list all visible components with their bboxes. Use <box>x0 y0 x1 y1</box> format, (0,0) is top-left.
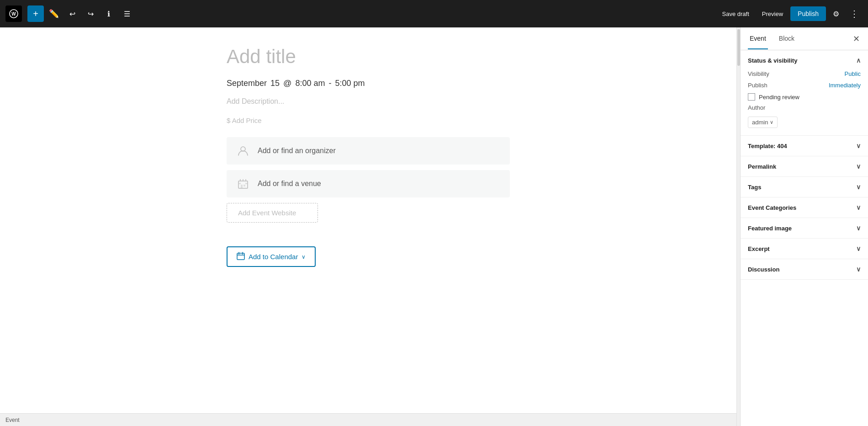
info-icon: ℹ <box>107 10 110 18</box>
settings-button[interactable]: ⚙ <box>828 5 844 22</box>
venue-icon <box>236 176 250 191</box>
section-discussion: Discussion ∨ <box>741 259 868 280</box>
section-event-categories: Event Categories ∨ <box>741 197 868 218</box>
section-status-visibility: Status & visibility ∧ Visibility Public … <box>741 50 868 136</box>
template-label: Template: 404 <box>748 143 787 149</box>
status-visibility-content: Visibility Public Publish Immediately Pe… <box>741 70 868 135</box>
save-draft-button[interactable]: Save draft <box>717 8 755 20</box>
svg-text:W: W <box>11 11 16 16</box>
calendar-chevron-icon: ∨ <box>302 254 306 260</box>
status-label: Event <box>5 417 20 423</box>
list-view-button[interactable]: ☰ <box>119 5 135 22</box>
undo-icon: ↩ <box>69 10 75 18</box>
event-month: September <box>227 79 267 88</box>
svg-rect-3 <box>238 181 248 188</box>
organizer-field[interactable]: Add or find an organizer <box>227 137 510 165</box>
tags-label: Tags <box>748 184 761 191</box>
pencil-icon: ✏️ <box>49 9 59 19</box>
pending-review-label: Pending review <box>759 94 799 101</box>
svg-rect-7 <box>241 185 243 188</box>
svg-rect-8 <box>243 185 245 186</box>
sidebar: Event Block ✕ Status & visibility ∧ Visi… <box>740 27 868 426</box>
add-block-button[interactable]: + <box>27 5 44 22</box>
sidebar-close-button[interactable]: ✕ <box>850 32 863 45</box>
add-price-field[interactable]: $ Add Price <box>227 117 510 124</box>
discussion-header[interactable]: Discussion ∨ <box>741 259 868 279</box>
price-label: $ Add Price <box>227 117 262 124</box>
section-template: Template: 404 ∨ <box>741 136 868 156</box>
info-button[interactable]: ℹ <box>101 5 117 22</box>
undo-button[interactable]: ↩ <box>64 5 80 22</box>
editor-content: Add title September 15 @ 8:00 am - 5:00 … <box>208 46 528 267</box>
event-categories-toggle: ∨ <box>856 204 861 211</box>
event-at: @ <box>283 79 291 88</box>
list-icon: ☰ <box>124 10 130 18</box>
event-dash: - <box>328 79 331 88</box>
redo-icon: ↪ <box>88 10 94 18</box>
gear-icon: ⚙ <box>833 10 839 18</box>
toolbar: W + ✏️ ↩ ↪ ℹ ☰ Save draft Preview Publis… <box>0 0 868 27</box>
section-tags: Tags ∨ <box>741 177 868 197</box>
permalink-toggle: ∨ <box>856 163 861 170</box>
scroll-track <box>736 27 740 426</box>
excerpt-label: Excerpt <box>748 245 770 252</box>
section-permalink: Permalink ∨ <box>741 156 868 177</box>
author-chevron-icon: ∨ <box>770 119 773 125</box>
edit-button[interactable]: ✏️ <box>46 5 62 22</box>
status-visibility-label: Status & visibility <box>748 57 797 64</box>
scroll-thumb[interactable] <box>737 29 740 66</box>
svg-rect-11 <box>237 253 244 260</box>
svg-rect-9 <box>239 183 241 184</box>
venue-field[interactable]: Add or find a venue <box>227 170 510 197</box>
event-date: September 15 @ 8:00 am - 5:00 pm <box>227 79 510 88</box>
publish-value[interactable]: Immediately <box>829 82 861 89</box>
organizer-icon <box>236 144 250 158</box>
publish-button[interactable]: Publish <box>790 6 826 21</box>
sidebar-header: Event Block ✕ <box>741 27 868 50</box>
more-icon: ⋮ <box>850 8 859 19</box>
featured-image-label: Featured image <box>748 225 792 232</box>
template-header[interactable]: Template: 404 ∨ <box>741 136 868 156</box>
excerpt-header[interactable]: Excerpt ∨ <box>741 239 868 259</box>
discussion-toggle: ∨ <box>856 266 861 273</box>
status-visibility-toggle: ∧ <box>856 57 861 64</box>
tab-block[interactable]: Block <box>777 28 796 49</box>
preview-button[interactable]: Preview <box>757 8 789 20</box>
author-label: Author <box>748 104 861 111</box>
status-visibility-header[interactable]: Status & visibility ∧ <box>741 50 868 70</box>
tags-header[interactable]: Tags ∨ <box>741 177 868 197</box>
event-categories-label: Event Categories <box>748 204 796 211</box>
post-title-input[interactable]: Add title <box>227 46 510 68</box>
template-toggle: ∨ <box>856 142 861 149</box>
visibility-key: Visibility <box>748 70 769 77</box>
organizer-label: Add or find an organizer <box>258 147 336 155</box>
more-options-button[interactable]: ⋮ <box>846 5 863 22</box>
calendar-icon <box>237 252 245 261</box>
event-day: 15 <box>270 79 280 88</box>
author-value: admin <box>752 119 768 126</box>
event-start-time[interactable]: 8:00 am <box>295 79 325 88</box>
status-bar: Event <box>0 413 736 426</box>
redo-button[interactable]: ↪ <box>82 5 99 22</box>
venue-label: Add or find a venue <box>258 180 321 188</box>
description-input[interactable]: Add Description... <box>227 97 510 106</box>
editor-wrapper: Add title September 15 @ 8:00 am - 5:00 … <box>0 27 740 426</box>
add-to-calendar-button[interactable]: Add to Calendar ∨ <box>227 246 316 267</box>
editor-area: Add title September 15 @ 8:00 am - 5:00 … <box>0 27 736 426</box>
wp-logo[interactable]: W <box>5 5 22 22</box>
excerpt-toggle: ∨ <box>856 245 861 252</box>
visibility-value[interactable]: Public <box>845 70 861 77</box>
website-field[interactable]: Add Event Website <box>227 203 318 223</box>
close-icon: ✕ <box>853 34 860 44</box>
tags-toggle: ∨ <box>856 183 861 191</box>
event-end-time[interactable]: 5:00 pm <box>335 79 365 88</box>
section-excerpt: Excerpt ∨ <box>741 239 868 259</box>
publish-key: Publish <box>748 82 767 89</box>
pending-review-checkbox[interactable] <box>748 93 755 101</box>
author-select[interactable]: admin ∨ <box>748 117 778 128</box>
discussion-label: Discussion <box>748 266 779 273</box>
tab-event[interactable]: Event <box>748 28 768 49</box>
permalink-header[interactable]: Permalink ∨ <box>741 156 868 176</box>
featured-image-header[interactable]: Featured image ∨ <box>741 218 868 238</box>
event-categories-header[interactable]: Event Categories ∨ <box>741 197 868 218</box>
